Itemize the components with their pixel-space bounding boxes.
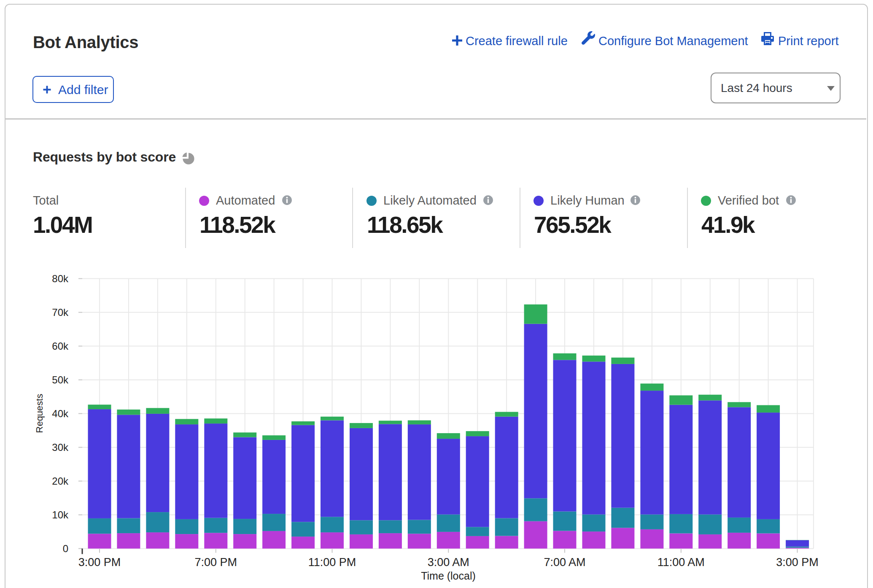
svg-text:20k: 20k (52, 475, 69, 487)
svg-text:3:00 AM: 3:00 AM (428, 556, 469, 569)
svg-text:7:00 PM: 7:00 PM (194, 556, 237, 569)
svg-text:0: 0 (63, 543, 68, 554)
svg-text:7:00 AM: 7:00 AM (544, 556, 586, 569)
svg-text:Requests: Requests (34, 394, 45, 433)
svg-text:50k: 50k (52, 374, 69, 386)
svg-text:11:00 PM: 11:00 PM (308, 556, 356, 569)
svg-text:70k: 70k (52, 307, 69, 318)
svg-text:30k: 30k (52, 442, 69, 453)
svg-text:3:00 PM: 3:00 PM (776, 556, 819, 569)
svg-text:10k: 10k (52, 509, 69, 521)
svg-text:11:00 AM: 11:00 AM (657, 556, 705, 569)
svg-text:3:00 PM: 3:00 PM (78, 556, 121, 569)
svg-text:Time (local): Time (local) (421, 570, 476, 582)
svg-text:60k: 60k (52, 340, 69, 352)
svg-text:40k: 40k (52, 408, 69, 419)
svg-text:80k: 80k (52, 273, 69, 284)
